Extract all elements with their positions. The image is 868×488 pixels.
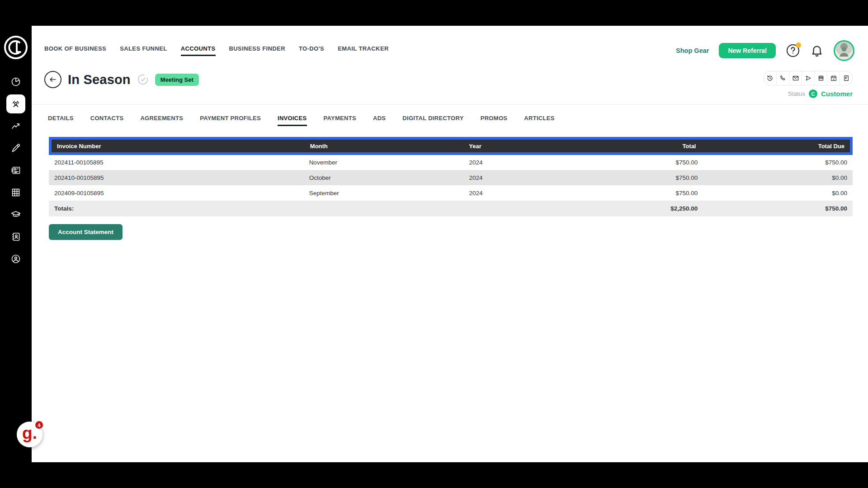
- col-total-due[interactable]: Total Due: [701, 143, 849, 150]
- totals-label: Totals:: [49, 205, 304, 212]
- sidebar-item-contacts[interactable]: [6, 227, 25, 246]
- cell-month: September: [304, 190, 464, 197]
- col-year[interactable]: Year: [463, 143, 582, 150]
- page-header-right: Status C Customer: [763, 71, 853, 98]
- history-button[interactable]: [764, 71, 776, 85]
- tab-payment-profiles[interactable]: PAYMENT PROFILES: [200, 115, 261, 126]
- pencil-icon: [10, 143, 21, 154]
- tab-digital-directory[interactable]: DIGITAL DIRECTORY: [402, 115, 463, 126]
- page-title: In Season: [68, 72, 131, 87]
- storefront-icon: [817, 75, 825, 82]
- table-row[interactable]: 202411-00105895 November 2024 $750.00 $7…: [49, 155, 853, 170]
- file-notes-icon: [843, 75, 850, 82]
- meeting-set-badge: Meeting Set: [155, 74, 199, 86]
- nav-email-tracker[interactable]: EMAIL TRACKER: [338, 45, 389, 56]
- app-window: g 4 BOOK OF BUSINESS SALES FUNNEL ACCOUN…: [0, 0, 868, 488]
- tab-agreements[interactable]: AGREEMENTS: [140, 115, 183, 126]
- avatar-person-icon: [837, 45, 851, 58]
- notifications-button[interactable]: [810, 44, 824, 57]
- user-avatar[interactable]: [834, 40, 854, 61]
- graduation-cap-icon: [10, 209, 21, 220]
- tab-promos[interactable]: PROMOS: [481, 115, 508, 126]
- send-button[interactable]: [802, 71, 814, 85]
- calendar-icon: [830, 75, 837, 82]
- cell-total: $750.00: [583, 174, 703, 181]
- newspaper-icon: [10, 165, 21, 176]
- phone-icon: [779, 75, 787, 82]
- sidebar: [0, 0, 32, 488]
- account-statement-button[interactable]: Account Statement: [49, 224, 123, 240]
- cell-month: November: [304, 159, 464, 166]
- cell-total-due: $0.00: [703, 174, 853, 181]
- history-icon: [766, 75, 774, 82]
- nav-sales-funnel[interactable]: SALES FUNNEL: [120, 45, 167, 56]
- help-button[interactable]: [786, 43, 800, 58]
- sidebar-item-compose[interactable]: [6, 139, 25, 158]
- page-header: In Season Meeting Set: [32, 61, 868, 98]
- storefront-button[interactable]: [814, 71, 827, 85]
- col-month[interactable]: Month: [305, 143, 463, 150]
- cell-invoice-number: 202409-00105895: [49, 190, 304, 197]
- col-total[interactable]: Total: [582, 143, 701, 150]
- cell-total: $750.00: [583, 190, 703, 197]
- table-row[interactable]: 202409-00105895 September 2024 $750.00 $…: [49, 186, 853, 201]
- page-header-left: In Season Meeting Set: [44, 71, 199, 88]
- table-row[interactable]: 202410-00105895 October 2024 $750.00 $0.…: [49, 170, 853, 186]
- call-button[interactable]: [776, 71, 789, 85]
- sidebar-item-pie-chart[interactable]: [6, 72, 25, 91]
- table-header-row: Invoice Number Month Year Total Total Du…: [52, 140, 850, 152]
- cell-year: 2024: [463, 159, 583, 166]
- trend-chart-icon: [10, 121, 21, 131]
- status-value: Customer: [821, 90, 853, 98]
- calendar-button[interactable]: [827, 71, 840, 85]
- nav-to-dos[interactable]: TO-DO'S: [299, 45, 324, 56]
- cell-month: October: [304, 174, 464, 181]
- main-nav: BOOK OF BUSINESS SALES FUNNEL ACCOUNTS B…: [44, 45, 389, 56]
- top-bar-right: Shop Gear New Referral: [676, 40, 854, 61]
- account-tabs: DETAILS CONTACTS AGREEMENTS PAYMENT PROF…: [32, 105, 868, 126]
- totals-total-due: $750.00: [703, 205, 853, 212]
- back-button[interactable]: [44, 71, 61, 88]
- cell-total-due: $750.00: [703, 159, 853, 166]
- sidebar-item-profile[interactable]: [6, 249, 25, 268]
- nav-accounts[interactable]: ACCOUNTS: [181, 45, 216, 56]
- status-line: Status C Customer: [788, 89, 853, 98]
- main-content: BOOK OF BUSINESS SALES FUNNEL ACCOUNTS B…: [32, 26, 868, 462]
- sidebar-item-trends[interactable]: [6, 117, 25, 136]
- cell-invoice-number: 202411-00105895: [49, 159, 304, 166]
- cell-total: $750.00: [583, 159, 703, 166]
- help-notification-dot: [796, 42, 801, 48]
- notes-button[interactable]: [840, 71, 852, 85]
- paper-plane-icon: [805, 75, 812, 82]
- shop-gear-link[interactable]: Shop Gear: [676, 47, 709, 54]
- sidebar-item-apps-grid[interactable]: [6, 183, 25, 202]
- tab-articles[interactable]: ARTICLES: [524, 115, 554, 126]
- nav-book-of-business[interactable]: BOOK OF BUSINESS: [44, 45, 106, 56]
- feedback-bubble[interactable]: g 4: [17, 422, 42, 447]
- nav-business-finder[interactable]: BUSINESS FINDER: [229, 45, 285, 56]
- email-button[interactable]: [789, 71, 802, 85]
- sidebar-nav: [6, 72, 25, 268]
- tab-details[interactable]: DETAILS: [48, 115, 74, 126]
- cell-total-due: $0.00: [703, 190, 853, 197]
- sidebar-item-referral-network[interactable]: [6, 94, 25, 113]
- new-referral-button[interactable]: New Referral: [719, 43, 776, 58]
- tab-payments[interactable]: PAYMENTS: [324, 115, 356, 126]
- status-label: Status: [788, 90, 805, 97]
- pie-chart-icon: [10, 76, 21, 87]
- sidebar-item-education[interactable]: [6, 205, 25, 224]
- user-circle-icon: [10, 253, 21, 264]
- col-invoice-number[interactable]: Invoice Number: [52, 143, 305, 150]
- tab-ads[interactable]: ADS: [373, 115, 386, 126]
- tab-contacts[interactable]: CONTACTS: [90, 115, 124, 126]
- company-logo-icon[interactable]: [3, 35, 28, 60]
- tab-invoices[interactable]: INVOICES: [278, 115, 307, 126]
- cell-invoice-number: 202410-00105895: [49, 174, 304, 181]
- status-initial-badge: C: [809, 89, 817, 98]
- envelope-icon: [792, 75, 799, 82]
- sidebar-item-news[interactable]: [6, 161, 25, 180]
- table-totals-row: Totals: $2,250.00 $750.00: [49, 201, 853, 216]
- grid-icon: [10, 187, 21, 198]
- cell-year: 2024: [463, 190, 583, 197]
- quick-actions: [763, 71, 853, 85]
